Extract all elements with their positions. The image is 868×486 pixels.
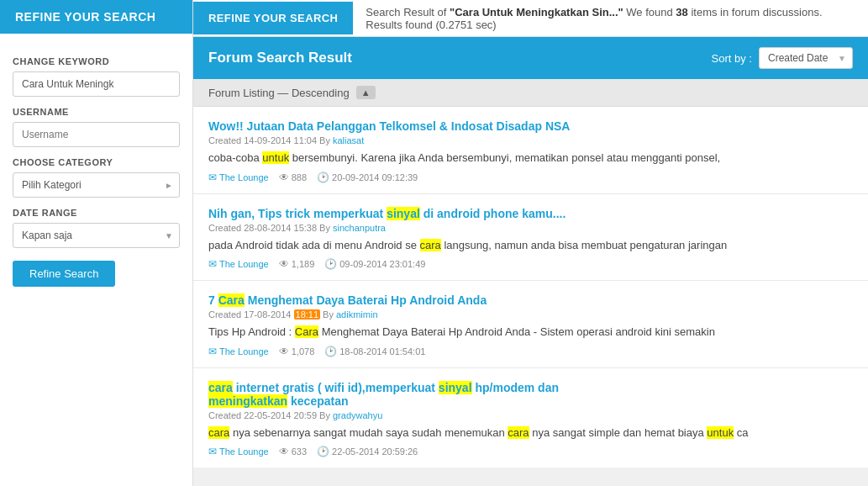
last-post-date: 09-09-2014 23:01:49 [339,259,425,269]
result-meta: Created 14-09-2014 11:04 By kaliasat [208,135,853,145]
keyword-input[interactable] [13,71,180,97]
result-meta: Created 17-08-2014 18:11 By adikmimin [208,309,853,320]
sidebar-header: REFINE YOUR SEARCH [0,0,192,34]
eye-icon: 👁 [279,258,289,270]
result-meta: Created 28-08-2014 15:38 By sinchanputra [208,223,853,233]
tag-icon: ✉ [208,172,217,183]
result-snippet: pada Android tidak ada di menu Android s… [208,237,853,254]
listing-order: Descending [292,87,350,99]
eye-icon: 👁 [279,346,289,357]
last-post-time: 🕑 18-08-2014 01:54:01 [324,346,425,357]
result-title-link[interactable]: Nih gan, Tips trick memperkuat sinyal di… [208,207,853,220]
tag-icon: ✉ [208,346,217,357]
views-count: 👁 1,189 [279,258,315,270]
last-post-time: 🕑 20-09-2014 09:12:39 [317,172,418,183]
views-count: 👁 888 [279,172,307,183]
views-number: 633 [292,446,307,457]
listing-toggle-button[interactable]: ▲ [356,86,376,99]
category-name: The Lounge [219,446,269,457]
views-number: 1,189 [292,259,315,269]
result-snippet: Tips Hp Android : Cara Menghemat Daya Ba… [208,324,853,341]
sort-select-wrap: Created Date ▼ [759,47,853,69]
date-range-label: DATE RANGE [13,208,180,218]
result-tags: ✉ The Lounge 👁 1,189 🕑 09-09-2014 23:01:… [208,258,853,270]
views-number: 1,078 [292,346,315,357]
clock-icon: 🕑 [317,446,329,457]
topbar-refine-label: REFINE YOUR SEARCH [193,2,353,34]
last-post-date: 18-08-2014 01:54:01 [339,346,425,357]
category-select-wrap: Pilih Kategori ► [13,172,180,198]
date-select[interactable]: Kapan saja [13,223,180,248]
category-label: CHOOSE CATEGORY [13,157,180,167]
result-title-link[interactable]: Wow!! Jutaan Data Pelanggan Telkomsel & … [208,119,853,133]
last-post-time: 🕑 22-05-2014 20:59:26 [317,446,418,457]
tag-category: ✉ The Lounge [208,446,269,457]
sort-select[interactable]: Created Date [759,47,853,69]
result-snippet: coba-coba untuk bersembunyi. Karena jika… [208,150,853,166]
result-title-link[interactable]: cara internet gratis ( wifi id),memperku… [208,381,853,408]
last-post-date: 20-09-2014 09:12:39 [332,172,418,182]
results-list: Wow!! Jutaan Data Pelanggan Telkomsel & … [193,107,868,468]
views-count: 👁 633 [279,446,307,457]
sort-by-area: Sort by : Created Date ▼ [712,47,853,69]
category-name: The Lounge [219,172,269,182]
refine-search-button[interactable]: Refine Search [13,261,115,287]
topbar: REFINE YOUR SEARCH Search Result of "Car… [193,0,868,37]
result-snippet: cara nya sebenarnya sangat mudah saya su… [208,425,853,441]
result-tags: ✉ The Lounge 👁 633 🕑 22-05-2014 20:59:26 [208,446,853,457]
username-label: USERNAME [13,107,180,117]
found-text: We found [626,6,676,18]
category-name: The Lounge [219,346,269,357]
category-select[interactable]: Pilih Kategori [13,172,180,198]
clock-icon: 🕑 [324,346,337,357]
clock-icon: 🕑 [324,258,337,270]
forum-title: Forum Search Result [208,50,352,66]
change-keyword-label: CHANGE KEYWORD [13,56,180,66]
table-row: Wow!! Jutaan Data Pelanggan Telkomsel & … [193,107,868,194]
tag-category: ✉ The Lounge [208,172,269,183]
date-select-wrap: Kapan saja ▼ [13,223,180,248]
search-query: "Cara Untuk Meningkatkan Sin..." [450,6,623,18]
listing-label: Forum Listing [208,87,275,99]
sort-by-label: Sort by : [712,52,752,65]
tag-category: ✉ The Lounge [208,258,269,270]
table-row: cara internet gratis ( wifi id),memperku… [193,368,868,468]
tag-category: ✉ The Lounge [208,346,269,357]
result-title-link[interactable]: 7 Cara Menghemat Daya Baterai Hp Android… [208,293,853,307]
views-count: 👁 1,078 [279,346,315,357]
category-name: The Lounge [219,259,269,269]
username-input[interactable] [13,122,180,147]
last-post-date: 22-05-2014 20:59:26 [332,446,418,457]
clock-icon: 🕑 [317,172,329,183]
table-row: Nih gan, Tips trick memperkuat sinyal di… [193,194,868,282]
listing-separator: — [275,87,292,99]
search-text: Search Result of [366,6,450,18]
tag-icon: ✉ [208,258,217,270]
result-tags: ✉ The Lounge 👁 888 🕑 20-09-2014 09:12:39 [208,172,853,183]
last-post-time: 🕑 09-09-2014 23:01:49 [324,258,425,270]
eye-icon: 👁 [279,446,289,457]
eye-icon: 👁 [279,172,289,183]
tag-icon: ✉ [208,446,217,457]
table-row: 7 Cara Menghemat Daya Baterai Hp Android… [193,281,868,368]
views-number: 888 [292,172,307,182]
result-meta: Created 22-05-2014 20:59 By gradywahyu [208,410,853,420]
result-tags: ✉ The Lounge 👁 1,078 🕑 18-08-2014 01:54:… [208,346,853,357]
result-count: 38 [676,6,687,18]
listing-bar: Forum Listing — Descending ▲ [193,79,868,107]
topbar-search-info: Search Result of "Cara Untuk Meningkatka… [353,6,868,31]
forum-header: Forum Search Result Sort by : Created Da… [193,37,868,79]
